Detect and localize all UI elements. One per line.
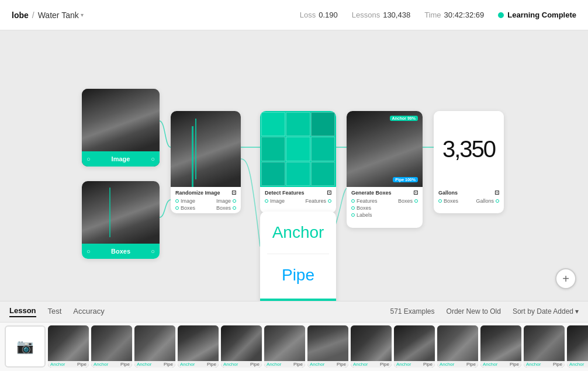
time-stat: Time 30:42:32:69 (424, 11, 484, 19)
project-name[interactable]: Water Tank ▾ (38, 11, 84, 20)
node-menu-icon[interactable]: ⊡ (494, 189, 499, 196)
boxes-label: ○ Boxes ○ (82, 244, 160, 259)
pipe-option[interactable]: Pipe (260, 254, 336, 296)
detect-cell (286, 137, 310, 161)
output-ports: Features (305, 198, 331, 204)
header-stats: Loss 0.190 Lessons 130,438 Time 30:42:32… (300, 11, 576, 19)
port-boxes-in: Boxes (351, 205, 378, 211)
anchor-option[interactable]: Anchor (260, 211, 336, 254)
anchor-label: Anchor (272, 223, 324, 242)
detect-cell (261, 162, 285, 186)
add-example-button[interactable]: 📷 (5, 325, 46, 367)
thumb-label-row: Anchor Pipe (221, 361, 262, 367)
image-label: ○ Image ○ (82, 151, 160, 167)
loss-stat: Loss 0.190 (300, 11, 338, 19)
thumb-top-label: Anchor (396, 362, 411, 367)
thumbnail-item[interactable]: Anchor Pipe (567, 325, 588, 367)
tab-test[interactable]: Test (48, 307, 62, 317)
thumb-bottom-label: Pipe (466, 362, 476, 367)
header-left: lobe / Water Tank ▾ (12, 11, 84, 20)
node-menu-icon[interactable]: ⊡ (231, 189, 236, 196)
randomize-ports: Image Boxes Image Boxes (171, 197, 241, 212)
port-boxes-out: Boxes (398, 198, 418, 204)
thumbnail-item[interactable]: Anchor Pipe (394, 325, 435, 367)
thumbnail-item[interactable]: Anchor Pipe (91, 325, 132, 367)
image-input-node[interactable]: ○ Image ○ (82, 89, 160, 167)
port-image-out: Image (216, 198, 236, 204)
port-gallons-out: Gallons (476, 198, 499, 204)
thumb-bottom-label: Pipe (380, 362, 389, 367)
thumb-bottom-label: Pipe (510, 362, 519, 367)
sort-order[interactable]: Order New to Old (447, 307, 501, 315)
detect-visualization (260, 111, 336, 187)
detect-features-node[interactable]: Detect Features ⊡ Image Features (260, 111, 336, 213)
thumbnail-item[interactable]: Anchor Pipe (134, 325, 175, 367)
detect-node-header: Detect Features ⊡ (260, 187, 336, 197)
thumb-top-label: Anchor (50, 362, 65, 367)
header: lobe / Water Tank ▾ Loss 0.190 Lessons 1… (0, 0, 588, 30)
port-boxes-out: Boxes (216, 205, 236, 211)
bottom-tabs: Lesson Test Accuracy 571 Examples Order … (0, 301, 588, 323)
thumb-bottom-label: Pipe (553, 362, 562, 367)
detect-cell (311, 137, 335, 161)
sort-by[interactable]: Sort by Date Added ▾ (513, 307, 579, 315)
learning-status-badge: Learning Complete (498, 11, 576, 19)
brand-logo[interactable]: lobe (12, 11, 29, 20)
thumb-label-row: Anchor Pipe (48, 361, 89, 367)
labels-footer: ○ Labels ○ (260, 299, 336, 301)
port-dot-icon (265, 199, 268, 203)
thumbnail-item[interactable]: Anchor Pipe (178, 325, 219, 367)
examples-count: 571 Examples (390, 307, 435, 315)
add-node-button[interactable]: + (555, 268, 576, 289)
detect-ports: Image Features (260, 197, 336, 205)
output-ports: Boxes (398, 198, 418, 218)
detect-cell (286, 162, 310, 186)
port-features-in: Features (351, 198, 378, 204)
port-dot-icon (175, 199, 179, 203)
gallons-display: 3,350 (434, 111, 504, 187)
thumb-bottom-label: Pipe (337, 362, 346, 367)
thumbnail-item[interactable]: Anchor Pipe (307, 325, 348, 367)
bottom-bar: Lesson Test Accuracy 571 Examples Order … (0, 301, 588, 371)
thumbnail-item[interactable]: Anchor Pipe (351, 325, 392, 367)
output-ports: Gallons (476, 198, 499, 204)
thumb-label-row: Anchor Pipe (307, 361, 348, 367)
thumb-top-label: Anchor (94, 362, 108, 367)
input-ports: Image Boxes (175, 198, 195, 211)
thumb-top-label: Anchor (223, 362, 238, 367)
thumbnail-item[interactable]: Anchor Pipe (524, 325, 565, 367)
detect-cell (261, 112, 285, 136)
input-ports: Image (265, 198, 285, 204)
labels-node[interactable]: Anchor Pipe ○ Labels ○ (260, 211, 336, 301)
status-dot-icon (498, 12, 504, 18)
randomize-node-header: Randomize Image ⊡ (171, 187, 241, 197)
thumb-label-row: Anchor Pipe (178, 361, 219, 367)
thumbnail-item[interactable]: Anchor Pipe (48, 325, 89, 367)
thumb-top-label: Anchor (137, 362, 151, 367)
thumbnail-item[interactable]: Anchor Pipe (221, 325, 262, 367)
port-dot-icon (351, 213, 355, 217)
thumb-bottom-label: Pipe (293, 362, 303, 367)
thumbnail-item[interactable]: Anchor Pipe (264, 325, 305, 367)
boxes-input-node[interactable]: ○ Boxes ○ (82, 181, 160, 259)
tab-accuracy[interactable]: Accuracy (73, 307, 104, 317)
port-dot-icon (496, 199, 499, 203)
thumb-bottom-label: Pipe (423, 362, 433, 367)
node-menu-icon[interactable]: ⊡ (413, 189, 418, 196)
node-menu-icon[interactable]: ⊡ (327, 189, 331, 196)
randomize-image-node[interactable]: Randomize Image ⊡ Image Boxes Image (171, 111, 241, 213)
port-image-in: Image (265, 198, 285, 204)
sort-chevron-icon: ▾ (575, 307, 579, 315)
genbox-node-header: Generate Boxes ⊡ (347, 187, 423, 197)
detect-cell (311, 112, 335, 136)
generate-boxes-node[interactable]: Anchor 99% Pipe 100% Generate Boxes ⊡ Fe… (347, 111, 423, 228)
thumb-label-row: Anchor Pipe (351, 361, 392, 367)
tab-lesson[interactable]: Lesson (9, 306, 36, 317)
breadcrumb-separator: / (32, 11, 34, 20)
thumbnail-item[interactable]: Anchor Pipe (480, 325, 521, 367)
port-dot-icon (414, 199, 418, 203)
port-dot-icon (175, 206, 179, 210)
thumbnail-item[interactable]: Anchor Pipe (437, 325, 478, 367)
camera-icon: 📷 (16, 338, 34, 355)
gallons-node[interactable]: 3,350 Gallons ⊡ Boxes Gallons (434, 111, 504, 213)
